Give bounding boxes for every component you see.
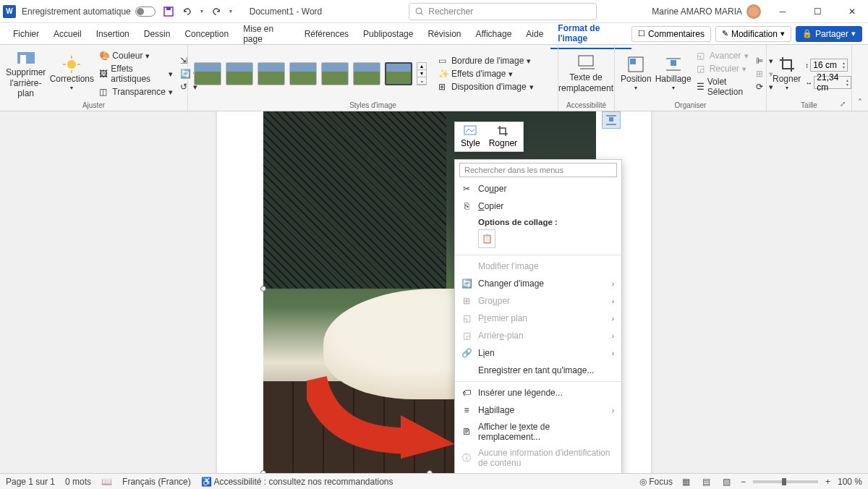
undo-dropdown[interactable]: ▾ <box>200 8 203 14</box>
tab-aide[interactable]: Aide <box>519 25 550 43</box>
menu-content-credentials: ⓘAucune information d'identification de … <box>455 445 621 471</box>
send-backward-button[interactable]: ◲Reculer ▾ <box>695 63 750 75</box>
tab-insertion[interactable]: Insertion <box>89 25 137 43</box>
width-input[interactable]: 21,34 cm▴▾ <box>814 76 851 89</box>
menu-copy[interactable]: ⎘Copier <box>455 197 621 215</box>
style-thumb[interactable] <box>321 62 349 85</box>
corrections-button[interactable]: Corrections▾ <box>50 56 93 92</box>
height-input[interactable]: 16 cm▴▾ <box>810 59 848 72</box>
style-thumb[interactable] <box>289 62 317 85</box>
ribbon: Supprimerl'arrière-plan Corrections▾ 🎨Co… <box>0 45 868 111</box>
svg-rect-15 <box>671 60 676 66</box>
layout-icon: ⊞ <box>438 82 448 92</box>
gallery-scroll[interactable]: ▴▾⌄ <box>417 62 427 85</box>
comments-button[interactable]: ☐ Commentaires <box>631 26 711 42</box>
alt-text-button[interactable]: Texte deremplacement <box>564 54 608 93</box>
menu-wrap-text[interactable]: ≡Habillage› <box>455 401 621 419</box>
search-box[interactable]: Rechercher <box>409 3 597 20</box>
document-title: Document1 - Word <box>250 7 322 17</box>
wrap-icon <box>663 56 684 73</box>
mini-crop-button[interactable]: Rogner <box>489 125 517 148</box>
color-button[interactable]: 🎨Couleur ▾ <box>98 50 174 61</box>
page-indicator[interactable]: Page 1 sur 1 <box>6 477 55 487</box>
layout-options-button[interactable] <box>602 111 621 129</box>
close-button[interactable]: ✕ <box>839 1 865 22</box>
accessibility-indicator[interactable]: ♿ Accessibilité : consultez nos recomman… <box>201 477 393 487</box>
height-icon: ↕ <box>805 61 809 69</box>
submenu-arrow-icon: › <box>612 349 614 357</box>
tab-mise-en-page[interactable]: Mise en page <box>236 20 297 48</box>
bring-forward-button[interactable]: ◱Avancer ▾ <box>695 50 750 61</box>
artistic-effects-button[interactable]: 🖼Effets artistiques ▾ <box>98 63 174 85</box>
resize-handle[interactable] <box>260 286 266 292</box>
menu-cut[interactable]: ✂Couper <box>455 180 621 197</box>
word-count[interactable]: 0 mots <box>65 477 91 487</box>
style-thumb[interactable] <box>194 62 221 85</box>
read-mode-view[interactable]: ▤ <box>700 476 713 488</box>
mini-style-button[interactable]: Style <box>461 125 480 148</box>
tab-affichage[interactable]: Affichage <box>468 25 519 43</box>
picture-layout-button[interactable]: ⊞Disposition d'image ▾ <box>437 81 535 93</box>
picture-border-button[interactable]: ▭Bordure de l'image ▾ <box>437 55 535 67</box>
svg-rect-5 <box>20 55 26 64</box>
style-thumb[interactable] <box>258 62 285 85</box>
menu-insert-caption[interactable]: 🏷Insérer une légende... <box>455 384 621 401</box>
tab-fichier[interactable]: Fichier <box>6 25 46 43</box>
editing-mode-button[interactable]: ✎ Modification ▾ <box>715 26 791 42</box>
tab-revision[interactable]: Révision <box>420 25 468 43</box>
paste-options-label: Options de collage : <box>455 215 621 228</box>
svg-point-6 <box>67 60 76 69</box>
style-thumb[interactable] <box>353 62 380 85</box>
transparency-button[interactable]: ◫Transparence ▾ <box>98 86 174 98</box>
style-thumb[interactable] <box>226 62 253 85</box>
zoom-in[interactable]: + <box>825 477 830 487</box>
selection-pane-button[interactable]: ☰Volet Sélection <box>695 76 750 98</box>
share-button[interactable]: 🔒 Partager ▾ <box>796 26 862 42</box>
zoom-level[interactable]: 100 % <box>838 477 862 487</box>
tab-accueil[interactable]: Accueil <box>46 25 89 43</box>
picture-styles-gallery[interactable]: ▴▾⌄ <box>194 62 427 85</box>
redo-icon[interactable] <box>210 6 222 17</box>
document-canvas[interactable]: Style Rogner Rechercher dans les menus ✂… <box>0 111 868 473</box>
menu-bring-front: ◱Premier plan› <box>455 310 621 327</box>
paste-option E.2[interactable]: 📋 <box>478 229 495 248</box>
menu-link[interactable]: 🔗Lien› <box>455 344 621 362</box>
submenu-arrow-icon: › <box>612 407 614 414</box>
remove-background-button[interactable]: Supprimerl'arrière-plan <box>6 49 46 98</box>
dialog-launcher[interactable]: ⤢ <box>840 100 846 108</box>
zoom-out[interactable]: − <box>741 477 746 487</box>
caption-icon: 🏷 <box>461 387 472 399</box>
position-button[interactable]: Position▾ <box>621 56 652 92</box>
group-icon: ⊞ <box>756 69 766 79</box>
layout-options-icon <box>605 115 617 125</box>
undo-icon[interactable] <box>182 6 193 17</box>
zoom-slider[interactable] <box>753 480 818 483</box>
menu-search-input[interactable]: Rechercher dans les menus <box>459 163 617 177</box>
collapse-ribbon[interactable]: ˄ <box>858 98 862 108</box>
picture-effects-button[interactable]: ✨Effets d'image ▾ <box>437 68 535 80</box>
web-layout-view[interactable]: ▧ <box>720 476 733 488</box>
minimize-button[interactable]: ─ <box>770 1 796 22</box>
user-account[interactable]: Marine AMARO MARIA <box>652 4 761 19</box>
toggle-off-icon[interactable] <box>135 7 156 17</box>
wrap-text-button[interactable]: Habillage▾ <box>656 56 691 92</box>
menu-modify-image: Modifier l'image <box>455 258 621 275</box>
style-thumb-selected[interactable] <box>385 62 412 85</box>
menu-change-image[interactable]: 🔄Changer d'image› <box>455 275 621 292</box>
tab-conception[interactable]: Conception <box>177 25 236 43</box>
tab-dessin[interactable]: Dessin <box>137 25 178 43</box>
language-indicator[interactable]: Français (France) <box>122 477 191 487</box>
tab-publipostage[interactable]: Publipostage <box>356 25 420 43</box>
focus-mode[interactable]: ◎ Focus <box>639 477 673 487</box>
print-layout-view[interactable]: ▦ <box>680 476 693 488</box>
menu-alt-text[interactable]: 🖹Afficher le texte de remplacement... <box>455 419 621 445</box>
spellcheck-icon[interactable]: 📖 <box>101 477 112 487</box>
save-icon[interactable] <box>163 6 174 17</box>
crop-button[interactable]: Rogner▾ <box>773 56 801 92</box>
copy-icon: ⎘ <box>461 200 472 212</box>
qat-customize[interactable]: ▾ <box>229 8 232 14</box>
menu-save-as-image[interactable]: Enregistrer en tant qu'image... <box>455 362 621 379</box>
autosave-toggle[interactable]: Enregistrement automatique <box>22 7 156 17</box>
maximize-button[interactable]: ☐ <box>804 1 830 22</box>
tab-references[interactable]: Références <box>297 25 356 43</box>
